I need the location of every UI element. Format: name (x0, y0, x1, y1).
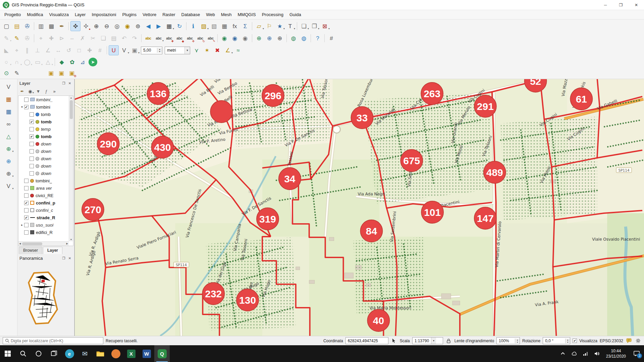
menu-progetto[interactable]: Progetto (1, 11, 24, 18)
field-calculator-button[interactable]: fx (230, 21, 240, 31)
panel-overflow-button[interactable]: » (51, 88, 58, 95)
onedrive-icon[interactable] (569, 351, 580, 356)
start-button[interactable] (0, 345, 15, 362)
messages-button[interactable] (626, 338, 632, 344)
menu-impostazioni[interactable]: Impostazioni (89, 11, 119, 18)
layer-visibility-checkbox[interactable] (30, 142, 34, 146)
measure-button[interactable]: ▱▾ (254, 21, 264, 31)
layer-visibility-checkbox[interactable] (24, 186, 29, 190)
layer-item-down[interactable]: down (18, 140, 69, 147)
tracing-button[interactable]: ≈ (233, 45, 243, 55)
snapping-units-combo[interactable]: metri▾ (165, 47, 190, 54)
layer-item-temp[interactable]: temp (18, 125, 69, 133)
angle-constraint-button[interactable]: ∠▾ (223, 45, 233, 55)
style-manager-button[interactable]: ✒ (57, 21, 67, 31)
zoom-out-button[interactable]: ⊖ (102, 21, 112, 31)
task-view-button[interactable] (46, 345, 62, 362)
open-styling-panel-button[interactable]: ✒ (18, 88, 26, 95)
new-print-layout-button[interactable]: ▥ (36, 21, 46, 31)
zoom-to-selection-button[interactable]: ◉ (122, 21, 132, 31)
layer-visibility-checkbox[interactable] (24, 193, 29, 198)
magnifier-spin[interactable]: 100% ▴▾ (496, 337, 520, 344)
zoom-next-button[interactable]: ▶ (154, 21, 164, 31)
cluster-marker-147[interactable]: 147 (474, 207, 496, 229)
locator-search[interactable] (3, 337, 103, 344)
statistical-summary-button[interactable]: Σ (240, 21, 250, 31)
web-globe-button[interactable]: ⊕ (275, 33, 285, 43)
project-save-button[interactable]: ✇ (22, 21, 32, 31)
cluster-marker-270[interactable]: 270 (82, 198, 104, 221)
change-label-button[interactable]: abc✎ (206, 33, 216, 43)
menu-vettore[interactable]: Vettore (140, 11, 159, 18)
blue-globe-button[interactable]: ⊕ (4, 156, 14, 166)
menu-web[interactable]: Web (203, 11, 218, 18)
layer-scrollbar-horizontal[interactable]: ◀▶ (18, 241, 69, 246)
filter-expression-button[interactable]: ƒ (43, 88, 50, 95)
gear-icon[interactable] (635, 338, 641, 344)
share-plugin-button[interactable]: ➤ (89, 58, 97, 66)
layer-visibility-checkbox[interactable]: ✔ (30, 120, 34, 124)
cortana-button[interactable] (31, 345, 46, 362)
close-panel-icon[interactable]: ✕ (67, 81, 72, 85)
layer-item-tombini-[interactable]: tombini_ (18, 177, 69, 184)
action-center-button[interactable]: 3 (629, 351, 644, 357)
panel-tab-browser[interactable]: Browser (19, 247, 42, 254)
layer-visibility-checkbox[interactable] (30, 149, 34, 154)
menu-database[interactable]: Database (178, 11, 203, 18)
polygon-plugin-button[interactable]: △ (4, 131, 14, 141)
layer-scrollbar-vertical[interactable]: ▲▼ (69, 96, 73, 241)
excel-icon[interactable]: X (123, 345, 139, 362)
help-contents-button[interactable]: ? (313, 33, 323, 43)
snapping-intersection-button[interactable]: ⋎ (192, 45, 202, 55)
file-explorer-icon[interactable] (93, 345, 108, 362)
menu-raster[interactable]: Raster (159, 11, 178, 18)
layer-item-area-ver[interactable]: area ver (18, 184, 69, 192)
layer-item-confini-c[interactable]: confini_c (18, 206, 69, 214)
cluster-marker-430[interactable]: 430 (152, 136, 174, 158)
settings-cube-button[interactable]: ▣⚙ (67, 68, 77, 78)
filter-legend-button[interactable]: ▼ (35, 88, 42, 95)
zoom-full-extent-button[interactable]: ◎ (112, 21, 122, 31)
layer-labeling-button[interactable]: abc (143, 33, 153, 43)
layer-visibility-checkbox[interactable] (24, 98, 29, 102)
layout-manager-button[interactable]: ▩ (46, 21, 56, 31)
firefox-icon[interactable] (108, 345, 123, 362)
cluster-marker-319[interactable]: 319 (257, 208, 279, 230)
layer-visibility-checkbox[interactable]: ✔ (24, 201, 29, 205)
layer-visibility-checkbox[interactable] (24, 223, 29, 227)
layer-item-tombini-[interactable]: tombini_ (18, 96, 69, 103)
project-open-button[interactable]: ▤ (12, 21, 22, 31)
menu-layer[interactable]: Layer (72, 11, 89, 18)
minimize-button[interactable]: ─ (598, 0, 613, 10)
word-icon[interactable]: W (139, 345, 154, 362)
mail-icon[interactable]: ✉ (77, 345, 93, 362)
move-label-button[interactable]: abc✜ (185, 33, 195, 43)
layer-item-tomb[interactable]: tomb (18, 111, 69, 118)
cluster-marker-33[interactable]: 33 (351, 107, 373, 129)
layer-visibility-checkbox[interactable] (24, 230, 29, 235)
edge-icon[interactable]: e (62, 345, 77, 362)
text-annotation-button[interactable]: T▾ (285, 21, 295, 31)
layer-item-down[interactable]: down (18, 147, 69, 155)
cluster-marker-290[interactable]: 290 (97, 133, 119, 155)
georeferencer-button[interactable]: ▦ (4, 94, 14, 104)
scale-combo[interactable]: 1:13790▾ (412, 337, 443, 344)
zoom-last-button[interactable]: ◀ (143, 21, 153, 31)
layer-item-down[interactable]: down (18, 170, 69, 177)
project-new-button[interactable]: ▢ (1, 21, 11, 31)
cluster-marker[interactable] (210, 101, 232, 123)
cluster-marker-34[interactable]: 34 (279, 168, 301, 190)
menu-processing[interactable]: Processing (259, 11, 286, 18)
refresh-button[interactable]: ↻ (174, 21, 184, 31)
cluster-marker-40[interactable]: 40 (367, 309, 389, 331)
coordinate-input[interactable] (345, 337, 388, 344)
select-by-form-button[interactable]: ❏▾ (299, 21, 309, 31)
overview-map-thumbnail[interactable] (21, 263, 64, 332)
cluster-marker-61[interactable]: 61 (570, 88, 592, 110)
expander-icon[interactable]: ▸ (20, 223, 24, 227)
layer-visibility-checkbox[interactable] (30, 127, 34, 131)
topology-node-button[interactable]: # (326, 33, 336, 43)
snapping-toggle-button[interactable]: U (109, 45, 119, 55)
layer-visibility-checkbox[interactable] (30, 112, 34, 117)
cluster-marker-263[interactable]: 263 (421, 82, 443, 105)
